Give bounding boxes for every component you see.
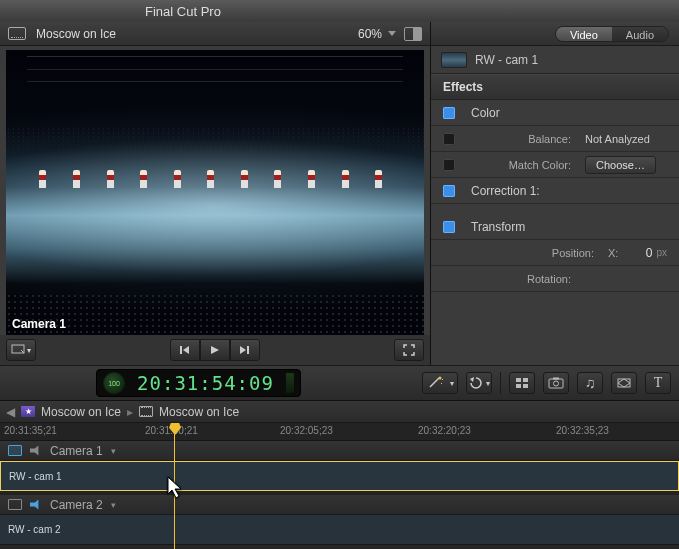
svg-rect-8 bbox=[549, 379, 563, 388]
color-label: Color bbox=[463, 106, 667, 120]
titles-browser-button[interactable]: T bbox=[645, 372, 671, 394]
audio-meter-icon[interactable] bbox=[286, 373, 294, 393]
angle2-header[interactable]: Camera 2 ▾ bbox=[0, 495, 679, 515]
retime-menu-button[interactable]: ▾ bbox=[466, 372, 492, 394]
svg-rect-6 bbox=[516, 384, 521, 388]
correction1-enable-checkbox[interactable] bbox=[443, 185, 455, 197]
video-canvas[interactable]: Camera 1 bbox=[6, 50, 424, 335]
inspector-pane: Video Audio RW - cam 1 Effects Color Bal… bbox=[431, 22, 679, 365]
inspector-tabs: Video Audio bbox=[431, 22, 679, 46]
breadcrumb-project[interactable]: Moscow on Ice bbox=[41, 405, 121, 419]
angle1-header[interactable]: Camera 1 ▾ bbox=[0, 441, 679, 461]
transitions-browser-button[interactable] bbox=[611, 372, 637, 394]
ruler-tick: 20:31:35;21 bbox=[4, 425, 57, 436]
clip-thumbnail-icon bbox=[441, 52, 467, 68]
position-x-label: X: bbox=[608, 247, 618, 259]
angle2-menu-chevron-icon[interactable]: ▾ bbox=[111, 500, 116, 510]
balance-row: Balance: Not Analyzed bbox=[431, 126, 679, 152]
angle2-name: Camera 2 bbox=[50, 498, 103, 512]
video-monitor-icon[interactable] bbox=[8, 499, 22, 510]
view-switch-button[interactable] bbox=[404, 27, 422, 41]
svg-rect-11 bbox=[618, 379, 630, 387]
angle1-clip-name: RW - cam 1 bbox=[9, 471, 62, 482]
svg-rect-2 bbox=[247, 346, 249, 354]
audio-monitor-icon[interactable] bbox=[30, 500, 42, 510]
timeline-back-button[interactable]: ◀ bbox=[6, 405, 15, 419]
breadcrumb-compound[interactable]: Moscow on Ice bbox=[159, 405, 239, 419]
viewer-transport-bar: ▾ bbox=[0, 335, 430, 365]
position-label: Position: bbox=[520, 247, 594, 259]
filmstrip-icon[interactable] bbox=[8, 27, 26, 40]
balance-value: Not Analyzed bbox=[579, 133, 667, 145]
svg-rect-5 bbox=[523, 378, 528, 382]
audio-monitor-icon[interactable] bbox=[30, 446, 42, 456]
viewer-title: Moscow on Ice bbox=[36, 27, 358, 41]
inspector-clip-name: RW - cam 1 bbox=[475, 53, 538, 67]
tab-audio[interactable]: Audio bbox=[612, 27, 668, 41]
position-row: Position: X: 0 px bbox=[431, 240, 679, 266]
correction1-row[interactable]: Correction 1: bbox=[431, 178, 679, 204]
transform-enable-checkbox[interactable] bbox=[443, 221, 455, 233]
video-frame-image bbox=[6, 50, 424, 335]
position-x-value[interactable]: 0 bbox=[622, 246, 652, 260]
svg-rect-10 bbox=[553, 378, 559, 380]
background-tasks-dial[interactable] bbox=[103, 372, 125, 394]
svg-rect-4 bbox=[516, 378, 521, 382]
transform-label: Transform bbox=[463, 220, 667, 234]
ruler-tick: 20:32:05;23 bbox=[280, 425, 333, 436]
position-unit: px bbox=[656, 247, 667, 258]
timeline-ruler[interactable]: 20:31:35;21 20:31:50;21 20:32:05;23 20:3… bbox=[0, 423, 679, 441]
angle1-clip[interactable]: RW - cam 1 bbox=[0, 461, 679, 491]
app-titlebar: Final Cut Pro bbox=[0, 0, 679, 22]
timecode-value[interactable]: 20:31:54:09 bbox=[131, 372, 280, 394]
color-enable-checkbox[interactable] bbox=[443, 107, 455, 119]
ruler-tick: 20:32:20;23 bbox=[418, 425, 471, 436]
section-effects[interactable]: Effects bbox=[431, 74, 679, 100]
svg-point-3 bbox=[438, 377, 441, 380]
balance-label: Balance: bbox=[497, 133, 571, 145]
matchcolor-enable-checkbox[interactable] bbox=[443, 159, 455, 171]
app-title: Final Cut Pro bbox=[145, 4, 221, 19]
ruler-tick: 20:32:35;23 bbox=[556, 425, 609, 436]
angle2-clip[interactable]: RW - cam 2 bbox=[0, 515, 679, 545]
inspector-clip-header: RW - cam 1 bbox=[431, 46, 679, 74]
enhance-menu-button[interactable]: ▾ bbox=[422, 372, 458, 394]
tab-video[interactable]: Video bbox=[556, 27, 612, 41]
dashboard-toolbar: 20:31:54:09 ▾ ▾ ♫ T bbox=[0, 365, 679, 401]
zoom-display[interactable]: 60% bbox=[358, 27, 382, 41]
breadcrumb-separator-icon: ▸ bbox=[127, 405, 133, 419]
tools-menu-button[interactable]: ▾ bbox=[6, 339, 36, 361]
viewer-header: Moscow on Ice 60% bbox=[0, 22, 430, 46]
music-browser-button[interactable]: ♫ bbox=[577, 372, 603, 394]
angle1-name: Camera 1 bbox=[50, 444, 103, 458]
timecode-display[interactable]: 20:31:54:09 bbox=[96, 369, 301, 397]
video-monitor-icon[interactable] bbox=[8, 445, 22, 456]
next-edit-button[interactable] bbox=[230, 339, 260, 361]
svg-rect-7 bbox=[523, 384, 528, 388]
playhead-line[interactable] bbox=[174, 423, 175, 549]
zoom-menu-chevron-icon[interactable] bbox=[388, 31, 396, 36]
angle1-menu-chevron-icon[interactable]: ▾ bbox=[111, 446, 116, 456]
project-icon bbox=[21, 406, 35, 417]
rotation-row: Rotation: bbox=[431, 266, 679, 292]
rotation-label: Rotation: bbox=[497, 273, 571, 285]
compound-clip-icon bbox=[139, 406, 153, 417]
effect-color-row[interactable]: Color bbox=[431, 100, 679, 126]
correction1-label: Correction 1: bbox=[463, 184, 667, 198]
media-browser-button[interactable] bbox=[509, 372, 535, 394]
timeline-area[interactable]: Camera 1 ▾ RW - cam 1 Camera 2 ▾ RW - ca… bbox=[0, 441, 679, 549]
photos-browser-button[interactable] bbox=[543, 372, 569, 394]
fullscreen-button[interactable] bbox=[394, 339, 424, 361]
balance-enable-checkbox[interactable] bbox=[443, 133, 455, 145]
angle2-clip-name: RW - cam 2 bbox=[8, 524, 61, 535]
matchcolor-choose-button[interactable]: Choose… bbox=[585, 156, 656, 174]
svg-rect-1 bbox=[180, 346, 182, 354]
viewer-pane: Moscow on Ice 60% Camera 1 ▾ bbox=[0, 22, 431, 365]
match-color-row: Match Color: Choose… bbox=[431, 152, 679, 178]
timeline-breadcrumb: ◀ Moscow on Ice ▸ Moscow on Ice bbox=[0, 401, 679, 423]
viewer-angle-label: Camera 1 bbox=[12, 317, 66, 331]
prev-edit-button[interactable] bbox=[170, 339, 200, 361]
svg-point-9 bbox=[554, 381, 559, 386]
play-button[interactable] bbox=[200, 339, 230, 361]
transform-row[interactable]: Transform bbox=[431, 214, 679, 240]
